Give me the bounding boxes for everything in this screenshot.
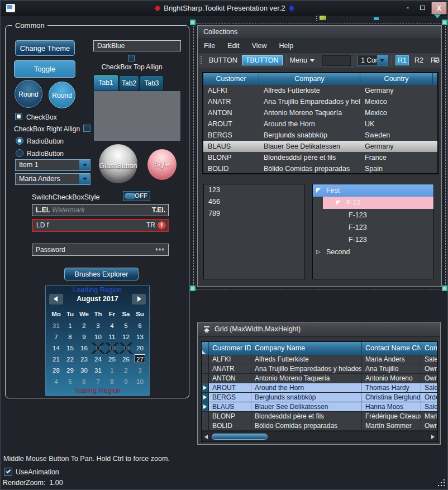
calendar-date-cell[interactable]: 2 — [119, 365, 133, 376]
calendar-date-cell[interactable]: 11 — [105, 331, 119, 342]
table-row[interactable]: AROUTAround the HornUK — [203, 118, 437, 130]
calendar-date-cell[interactable]: 5 — [63, 376, 77, 387]
calendar-date-cell[interactable]: 28 — [49, 365, 63, 376]
calendar-date-cell[interactable]: 29 — [63, 365, 77, 376]
calendar-date-cell[interactable]: 10 — [91, 331, 105, 342]
calendar-date-cell[interactable]: 1 — [105, 365, 119, 376]
table-row[interactable]: BLAUSBlauer See DelikatessenHanna MoosSa… — [202, 402, 437, 412]
resize-handle-topright[interactable] — [442, 20, 447, 25]
column-header-customer[interactable]: Customer — [203, 73, 259, 85]
calendar-date-cell[interactable]: 6 — [77, 376, 91, 387]
menu-item-view[interactable]: View — [246, 39, 273, 53]
toolbar-radio-r2[interactable]: R2 — [413, 56, 425, 65]
calendar-date-cell[interactable]: 7 — [49, 331, 63, 342]
row-header[interactable] — [202, 355, 209, 364]
calendar-date-cell[interactable]: 20 — [133, 342, 147, 354]
tree-item-second[interactable]: ▷Second — [313, 246, 433, 258]
grid-window-title[interactable]: Grid (MaxWidth,MaxHeight) — [198, 322, 440, 337]
table-row[interactable]: BLAUSBlauer See DelikatessenGermany — [203, 141, 437, 152]
toolbar-menu-button[interactable]: Menu — [290, 56, 314, 64]
table-row[interactable]: ANTONAntonio Moreno TaqueríaMexico — [203, 107, 437, 118]
column-header-customer-id[interactable]: Customer ID — [209, 342, 251, 355]
item-combobox[interactable]: Item 1 — [15, 159, 90, 171]
pin-icon[interactable] — [203, 326, 210, 333]
scroll-left-icon[interactable] — [204, 435, 208, 439]
calendar-date-cell[interactable]: 14 — [49, 342, 63, 354]
column-header-company-name[interactable]: Company Name — [251, 342, 362, 355]
resize-handle-bottomleft[interactable] — [190, 286, 196, 291]
resize-handle-bottomright[interactable] — [442, 286, 447, 291]
column-header-contact-name-cn[interactable]: Contact Name CN — [362, 342, 421, 355]
tree-item-f-123[interactable]: F-123 — [313, 209, 433, 221]
calendar-date-cell[interactable]: 26 — [119, 354, 133, 365]
calendar-date-cell[interactable]: 9 — [77, 331, 91, 342]
scrollbar-thumb[interactable] — [212, 434, 268, 440]
tab-tab1[interactable]: Tab1 — [93, 74, 118, 91]
brushes-explorer-button[interactable]: Brushes Explorer — [64, 268, 139, 280]
combobox-dropdown-button[interactable] — [79, 174, 90, 184]
style-button[interactable]: Style — [147, 149, 177, 180]
round-button-light[interactable]: Round — [49, 82, 75, 108]
toolbar-overflow-button[interactable] — [433, 58, 439, 63]
table-row[interactable]: ALFKIAlfreds FutterkisteGermany — [203, 85, 437, 96]
calendar-date-cell[interactable]: 4 — [49, 376, 63, 387]
toolbar-textbox[interactable] — [322, 55, 351, 66]
list-item[interactable]: 789 — [204, 208, 304, 220]
use-animation-checkbox[interactable] — [4, 468, 12, 476]
row-header[interactable] — [202, 383, 209, 392]
table-row[interactable]: BERGSBerglunds snabbköpSweden — [203, 130, 437, 141]
tree-item-f-123[interactable]: F-123 — [313, 221, 433, 234]
calendar-date-cell[interactable]: 25 — [105, 354, 119, 365]
expander-open-icon[interactable] — [316, 188, 321, 193]
toggle-button[interactable]: Toggle — [14, 60, 75, 78]
calendar-date-cell[interactable]: 23 — [77, 354, 91, 365]
column-header-conta[interactable]: Conta — [421, 342, 437, 355]
password-textbox[interactable]: Password *** — [32, 244, 169, 256]
toolbar-radio-r1[interactable]: R1 — [395, 55, 409, 65]
horizontal-scrollbar[interactable] — [202, 431, 437, 441]
calendar-date-cell[interactable]: 10 — [133, 376, 147, 387]
calendar-date-cell[interactable]: 13 — [133, 331, 147, 342]
checkbox-top-align[interactable] — [128, 55, 135, 61]
calendar-date-cell[interactable]: 8 — [63, 331, 77, 342]
calendar-date-cell[interactable]: 31 — [91, 365, 105, 376]
column-header-company[interactable]: Company — [259, 73, 360, 85]
row-header[interactable] — [202, 421, 209, 430]
calendar-date-cell[interactable]: 24 — [91, 354, 105, 365]
expander-open-icon[interactable] — [336, 201, 341, 205]
calendar-date-cell[interactable]: 1 — [63, 320, 77, 331]
calendar-date-cell[interactable]: 7 — [91, 376, 105, 387]
menu-item-help[interactable]: Help — [273, 39, 300, 53]
tree-item-f-12[interactable]: F-12 — [323, 197, 433, 209]
toolbar-grip[interactable] — [201, 56, 202, 65]
row-header[interactable] — [202, 393, 209, 402]
minimize-button[interactable]: - — [402, 3, 414, 13]
tab-tab3[interactable]: Tab3 — [140, 75, 164, 91]
combobox-dropdown-button[interactable] — [79, 160, 90, 170]
calendar-date-cell[interactable]: 30 — [77, 365, 91, 376]
tree-item-first[interactable]: First — [313, 184, 433, 197]
row-header[interactable] — [202, 374, 209, 383]
table-row[interactable]: BLONPBlondesddsl père et filsFrédérique … — [202, 412, 437, 421]
table-row[interactable]: AROUTAround the HornThomas HardySales — [202, 383, 437, 393]
calendar-date-cell[interactable]: 18 — [105, 342, 119, 354]
switch-checkbox[interactable]: OFF — [123, 191, 150, 201]
calendar-date-cell[interactable]: 6 — [133, 320, 147, 331]
calendar-date-cell[interactable]: 3 — [133, 365, 147, 376]
calendar-date-cell[interactable]: 16 — [77, 342, 91, 354]
select-all-corner[interactable] — [202, 342, 209, 355]
round-button-dark[interactable]: Round — [15, 80, 42, 108]
maximize-button[interactable] — [416, 3, 428, 13]
watermark-textbox[interactable]: L.El.Watermark T.El. — [32, 204, 169, 216]
calendar-date-cell[interactable]: 12 — [119, 331, 133, 342]
table-row[interactable]: ALFKIAlfreds FutterkisteMaria AndersSale… — [202, 355, 437, 364]
list-item[interactable]: 123 — [204, 184, 304, 196]
list-item[interactable]: 456 — [204, 196, 304, 208]
toolbar-toggle-button[interactable]: TBUTTON — [242, 55, 283, 65]
table-row[interactable]: BLONPBlondesddsl père et filsFrance — [203, 152, 437, 163]
calendar-date-cell[interactable]: 22 — [63, 354, 77, 365]
calendar-date-cell[interactable]: 17 — [91, 342, 105, 354]
scroll-right-icon[interactable] — [431, 435, 435, 439]
radio-button-1[interactable] — [16, 137, 23, 145]
resize-handle-topleft[interactable] — [190, 20, 196, 25]
